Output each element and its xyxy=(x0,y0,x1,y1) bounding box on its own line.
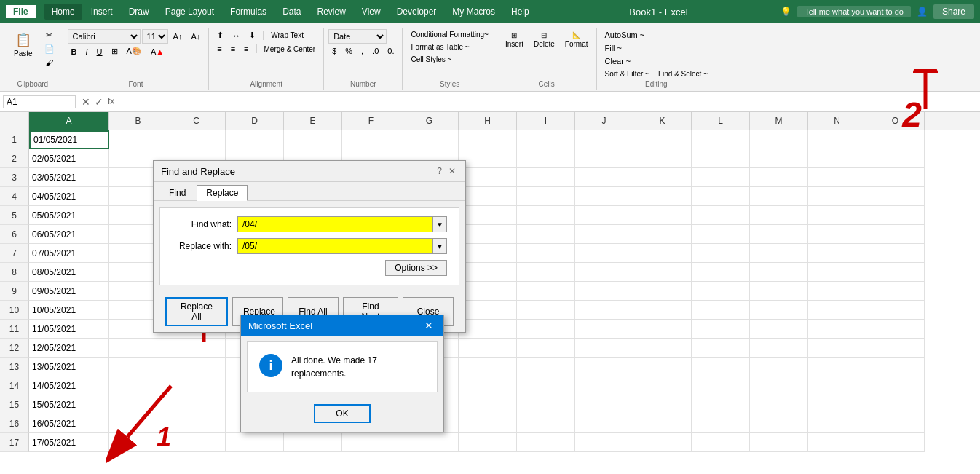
cell[interactable] xyxy=(167,433,226,452)
cell[interactable] xyxy=(866,263,925,282)
cell[interactable] xyxy=(750,130,808,149)
cell[interactable] xyxy=(750,206,808,225)
cell[interactable]: 14/05/2021 xyxy=(29,376,109,395)
cell[interactable] xyxy=(575,225,633,244)
col-header-e[interactable]: E xyxy=(284,112,342,130)
cell[interactable] xyxy=(866,301,925,320)
cell[interactable] xyxy=(459,149,517,168)
cell[interactable] xyxy=(808,149,866,168)
menu-data[interactable]: Data xyxy=(275,4,308,20)
cell[interactable] xyxy=(633,225,692,244)
fill-button[interactable]: Fill ~ xyxy=(601,42,626,54)
menu-developer[interactable]: Developer xyxy=(390,4,444,20)
cell[interactable] xyxy=(692,130,750,149)
name-box[interactable] xyxy=(3,95,76,108)
cell[interactable] xyxy=(866,225,925,244)
align-center-button[interactable]: ≡ xyxy=(227,43,239,55)
cell[interactable] xyxy=(808,168,866,187)
cancel-formula-icon[interactable]: ✕ xyxy=(82,96,90,108)
col-header-i[interactable]: I xyxy=(517,112,575,130)
insert-button[interactable]: ⊞ Insert xyxy=(502,29,527,50)
cell[interactable] xyxy=(692,376,750,395)
col-header-l[interactable]: L xyxy=(692,112,750,130)
cell[interactable] xyxy=(517,320,575,339)
cell[interactable]: 17/05/2021 xyxy=(29,433,109,452)
borders-button[interactable]: ⊞ xyxy=(108,45,122,58)
align-bottom-button[interactable]: ⬇ xyxy=(245,29,259,42)
cell[interactable]: 09/05/2021 xyxy=(29,282,109,301)
cell[interactable] xyxy=(808,130,866,149)
cell[interactable] xyxy=(866,414,925,433)
cell[interactable] xyxy=(109,376,167,395)
cell[interactable] xyxy=(575,339,633,358)
cell[interactable] xyxy=(633,168,692,187)
cell[interactable]: 06/05/2021 xyxy=(29,225,109,244)
cell[interactable] xyxy=(517,130,575,149)
cell[interactable] xyxy=(866,187,925,206)
menu-review[interactable]: Review xyxy=(309,4,352,20)
currency-button[interactable]: $ xyxy=(328,45,340,57)
cell[interactable] xyxy=(633,244,692,263)
cell[interactable] xyxy=(750,244,808,263)
cell[interactable] xyxy=(692,187,750,206)
cell[interactable] xyxy=(167,414,226,433)
cell[interactable] xyxy=(866,130,925,149)
cell[interactable] xyxy=(575,358,633,376)
cell[interactable] xyxy=(633,206,692,225)
cell[interactable] xyxy=(284,130,342,149)
insert-function-icon[interactable]: fx xyxy=(108,96,114,108)
cell[interactable] xyxy=(750,339,808,358)
cell[interactable] xyxy=(633,395,692,414)
tab-replace[interactable]: Replace xyxy=(197,185,248,201)
cell[interactable] xyxy=(692,433,750,452)
cell[interactable]: 13/05/2021 xyxy=(29,358,109,376)
cell[interactable] xyxy=(459,301,517,320)
cell[interactable] xyxy=(692,395,750,414)
cell[interactable] xyxy=(575,187,633,206)
cell[interactable] xyxy=(575,282,633,301)
cell[interactable] xyxy=(633,339,692,358)
cell[interactable] xyxy=(459,225,517,244)
col-header-j[interactable]: J xyxy=(575,112,633,130)
cell[interactable] xyxy=(808,244,866,263)
cell[interactable]: 01/05/2021 xyxy=(29,130,109,149)
cell[interactable] xyxy=(109,339,167,358)
fill-color-button[interactable]: A🎨 xyxy=(123,45,146,58)
cell[interactable] xyxy=(517,187,575,206)
col-header-c[interactable]: C xyxy=(167,112,226,130)
cell[interactable] xyxy=(517,149,575,168)
cell[interactable] xyxy=(109,395,167,414)
cell[interactable] xyxy=(517,206,575,225)
col-header-g[interactable]: G xyxy=(400,112,459,130)
cell[interactable]: 05/05/2021 xyxy=(29,206,109,225)
wrap-text-button[interactable]: Wrap Text xyxy=(267,30,307,41)
cell[interactable] xyxy=(459,206,517,225)
file-button[interactable]: File xyxy=(6,5,36,18)
cell[interactable] xyxy=(750,320,808,339)
cell[interactable] xyxy=(575,395,633,414)
cell[interactable] xyxy=(808,395,866,414)
cell[interactable] xyxy=(575,149,633,168)
cell[interactable] xyxy=(459,187,517,206)
menu-draw[interactable]: Draw xyxy=(122,4,157,20)
cell[interactable] xyxy=(109,433,167,452)
cell[interactable] xyxy=(400,433,459,452)
cell[interactable] xyxy=(517,282,575,301)
cut-button[interactable]: ✂ xyxy=(41,29,58,42)
cell[interactable] xyxy=(226,433,284,452)
cell[interactable] xyxy=(750,376,808,395)
cell[interactable] xyxy=(692,149,750,168)
cell[interactable] xyxy=(575,320,633,339)
col-header-a[interactable]: A xyxy=(29,112,109,130)
msgbox[interactable]: Microsoft Excel ✕ i All done. We made 17… xyxy=(240,315,444,432)
col-header-h[interactable]: H xyxy=(459,112,517,130)
cell[interactable] xyxy=(109,358,167,376)
cell[interactable] xyxy=(517,414,575,433)
cell[interactable] xyxy=(517,301,575,320)
col-header-k[interactable]: K xyxy=(633,112,692,130)
cell[interactable]: 10/05/2021 xyxy=(29,301,109,320)
conditional-formatting-button[interactable]: Conditional Formatting~ xyxy=(407,29,491,40)
cell[interactable] xyxy=(808,376,866,395)
cell[interactable] xyxy=(692,168,750,187)
cell[interactable] xyxy=(866,320,925,339)
